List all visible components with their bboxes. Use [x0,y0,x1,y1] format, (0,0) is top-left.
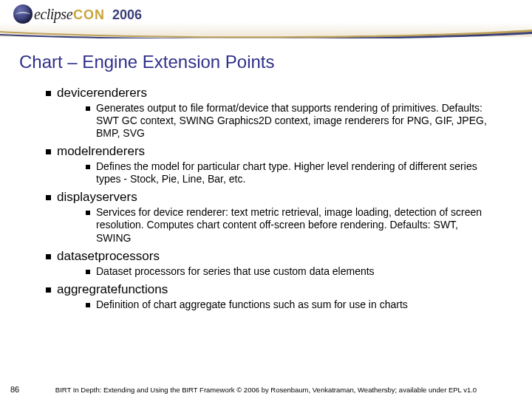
square-bullet-icon [86,106,90,111]
topic-desc-item: Definition of chart aggregate functions … [86,299,513,311]
square-bullet-icon [86,211,90,215]
topic-name: datasetprocessors [57,249,160,264]
topic-desc-item: Dataset processors for series that use c… [86,265,513,278]
topic-name: displayservers [57,190,137,205]
square-bullet-icon [46,195,51,200]
topic-desc: Definition of chart aggregate functions … [96,299,408,311]
slide-title: Chart – Engine Extension Points [19,52,513,72]
topic-desc: Generates output to file format/device t… [96,102,495,140]
square-bullet-icon [86,270,90,274]
slide-content: Chart – Engine Extension Points devicere… [0,46,532,378]
topic-desc: Services for device renderer: text metri… [96,206,495,244]
footer: 86 BIRT In Depth: Extending and Using th… [0,380,532,399]
conference-logo: eclipse CON 2006 [13,4,142,24]
logo-text-year: 2006 [112,7,142,23]
footer-text: BIRT In Depth: Extending and Using the B… [30,386,532,394]
square-bullet-icon [86,165,90,169]
topic-desc-item: Services for device renderer: text metri… [86,206,513,244]
square-bullet-icon [46,254,51,259]
square-bullet-icon [46,287,51,293]
topic-item: devicerenderers Generates output to file… [46,86,513,140]
topic-name: modelrenderers [57,144,145,159]
logo-text-con: CON [73,7,105,23]
eclipse-globe-icon [13,4,33,24]
square-bullet-icon [46,91,51,96]
topic-item: modelrenderers Defines the model for par… [46,144,513,185]
topic-desc: Defines the model for particular chart t… [96,160,495,185]
topic-item: aggregratefunctions Definition of chart … [46,282,513,311]
topic-list: devicerenderers Generates output to file… [46,86,513,311]
logo-text-eclipse: eclipse [34,6,72,23]
topic-desc-item: Generates output to file format/device t… [86,102,513,140]
page-number: 86 [0,385,30,394]
square-bullet-icon [46,149,51,154]
topic-desc: Dataset processors for series that use c… [96,265,375,278]
topic-item: displayservers Services for device rende… [46,190,513,244]
topic-name: aggregratefunctions [57,282,168,297]
header-swoosh [0,30,532,38]
topic-desc-item: Defines the model for particular chart t… [86,160,513,185]
topic-name: devicerenderers [57,86,147,100]
topic-item: datasetprocessors Dataset processors for… [46,249,513,278]
square-bullet-icon [86,303,90,307]
